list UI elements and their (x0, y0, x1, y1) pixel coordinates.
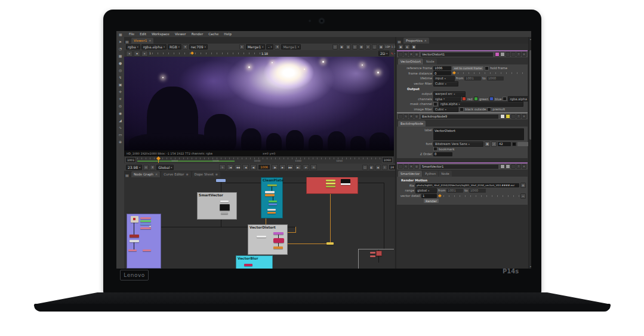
tab-backdropnode[interactable]: BackdropNode (398, 121, 426, 127)
render-button[interactable]: Render (424, 199, 439, 203)
node-red-small[interactable] (370, 255, 375, 257)
menu-help[interactable]: Help (224, 32, 232, 36)
particles-icon[interactable]: ◢ (119, 117, 122, 124)
pause-icon[interactable]: ▥ (346, 44, 351, 50)
file-path-input[interactable]: photo/Sq001_Shot_0150/2DVectors/Sq001_Sh… (415, 183, 519, 187)
hold-frame-checkbox[interactable] (485, 66, 489, 70)
bookmark-icon[interactable] (506, 114, 510, 119)
timeline-rail[interactable]: 1010 1020 1030 1040 1050 (137, 157, 381, 163)
safe-zone-icon[interactable]: ○ (372, 44, 377, 50)
alpha-checkbox[interactable] (503, 97, 507, 101)
step-fwd-icon[interactable]: ▸ (141, 51, 148, 57)
node-crimson[interactable] (273, 238, 284, 243)
cursor-tool-icon[interactable]: ➤ (119, 38, 122, 45)
chevron-down-icon[interactable]: ▾ (409, 164, 414, 169)
node-lime[interactable] (326, 180, 335, 181)
color-icon[interactable]: ◎ (119, 67, 122, 74)
italic-button[interactable]: I (491, 141, 497, 147)
split-view-icon[interactable]: ◧ (369, 165, 374, 170)
font-dropdown[interactable]: Bitstream Vera Sans (433, 141, 483, 147)
node-yellow[interactable] (326, 183, 335, 184)
node-orange[interactable] (267, 212, 276, 214)
close-icon[interactable]: ✕ (149, 39, 151, 42)
disabled-icon[interactable] (511, 164, 516, 169)
mask-icon[interactable] (495, 52, 500, 57)
label-textarea[interactable]: VectorDistort (433, 128, 524, 140)
vector-filter-dropdown[interactable]: Cubic (433, 81, 458, 87)
time-icon[interactable]: ◔ (119, 45, 122, 53)
curve-icon[interactable]: ∿ (403, 114, 408, 119)
menu-workspace[interactable]: Workspace (152, 32, 170, 36)
node-pink[interactable] (128, 249, 137, 251)
node-red-box[interactable] (376, 251, 382, 256)
node-black[interactable] (341, 179, 350, 185)
transform-icon[interactable]: ⊙ (119, 103, 122, 110)
node-pink[interactable] (140, 217, 151, 219)
node-color-icon[interactable] (398, 164, 403, 169)
help-icon[interactable]: ? (516, 52, 521, 57)
metadata-icon[interactable]: ▭ (119, 131, 122, 138)
menu-cache[interactable]: Cache (208, 32, 218, 36)
center-icon[interactable]: ◎ (414, 164, 419, 169)
mask-checkbox[interactable] (433, 102, 437, 106)
node-white[interactable] (257, 236, 266, 238)
vector-detail-slider[interactable] (438, 195, 519, 198)
fullscreen-icon[interactable]: ▢ (362, 165, 368, 170)
set-current-frame-button[interactable]: set to current frame (452, 66, 483, 70)
step-backward-icon[interactable]: ◀| (250, 164, 257, 170)
play-backward-icon[interactable]: ◀ (242, 164, 249, 170)
tab-python[interactable]: Python (423, 171, 438, 177)
proxy-mode-label[interactable]: 10P (385, 45, 390, 48)
frame-distance-slider[interactable] (452, 72, 526, 75)
lifetime-from-input[interactable]: 1001 (464, 76, 481, 81)
scroll-up-icon[interactable]: ▴ (529, 37, 531, 41)
red-checkbox[interactable] (462, 97, 466, 101)
keyer-icon[interactable]: ▣ (119, 81, 122, 88)
step-forward-icon[interactable]: |▶ (272, 164, 278, 170)
center-icon[interactable]: ◎ (414, 114, 419, 119)
backdrop-red[interactable] (306, 177, 358, 194)
chevron-down-icon[interactable]: ▾ (409, 114, 414, 119)
font-size-input[interactable]: 42 (498, 142, 511, 146)
node-white[interactable] (220, 201, 229, 202)
channels-icon[interactable] (500, 52, 505, 57)
playback-mode-icon[interactable]: ⊼ (150, 165, 155, 170)
tab-vectordistort[interactable]: VectorDistort (398, 58, 423, 64)
backdrop-smartvector[interactable]: SmartVector (197, 192, 237, 220)
pane-menu-icon[interactable]: ▤ (125, 173, 130, 177)
deep-icon[interactable]: ∿ (119, 124, 122, 131)
channel-icon[interactable]: ↯ (119, 74, 122, 81)
disabled-icon[interactable] (511, 52, 516, 57)
lock-panels-icon[interactable]: ▣ (398, 44, 403, 50)
backdrop-cleanplate[interactable]: CleanPlate (261, 177, 283, 218)
tab-properties[interactable]: Properties✕ (403, 38, 429, 44)
goto-start-icon[interactable]: |◀ (227, 164, 233, 170)
font-color-swatch[interactable] (512, 142, 516, 146)
frame-slip-value[interactable]: 1 (149, 52, 151, 55)
mask-icon[interactable] (506, 164, 510, 169)
disabled-icon[interactable] (511, 114, 516, 119)
node-graph[interactable]: SmartVector CleanPlate (124, 177, 394, 269)
play-backward-fast-icon[interactable]: ◀◀ (235, 164, 241, 170)
node-olive[interactable] (267, 184, 277, 186)
draw-icon[interactable]: ● (119, 60, 122, 67)
backdrop-vectorblur[interactable]: VectorBlur (236, 255, 273, 269)
blue-checkbox[interactable] (489, 97, 494, 101)
bookmark-checkbox[interactable] (433, 147, 437, 151)
close-panel-icon[interactable]: ✕ (522, 164, 526, 169)
premult-checkbox[interactable] (487, 107, 491, 112)
scrollbar-thumb[interactable] (529, 50, 531, 140)
help-icon[interactable]: ? (516, 114, 521, 119)
lock-icon[interactable]: ◉ (375, 165, 381, 170)
backdrop-purple[interactable] (127, 214, 161, 269)
reference-frame-input[interactable]: 1006 (433, 66, 451, 70)
play-forward-fast-icon[interactable]: ▶▶ (287, 164, 294, 170)
node-dot-yellow[interactable] (326, 242, 334, 245)
node-red-small[interactable] (370, 252, 375, 254)
roi-icon[interactable]: □ (332, 44, 338, 50)
close-panel-icon[interactable]: ✕ (522, 114, 526, 119)
image-icon[interactable]: ▦ (119, 53, 122, 60)
range-dropdown[interactable]: global (415, 188, 437, 193)
gain-slider[interactable] (152, 52, 260, 55)
node-pink[interactable] (143, 249, 151, 251)
